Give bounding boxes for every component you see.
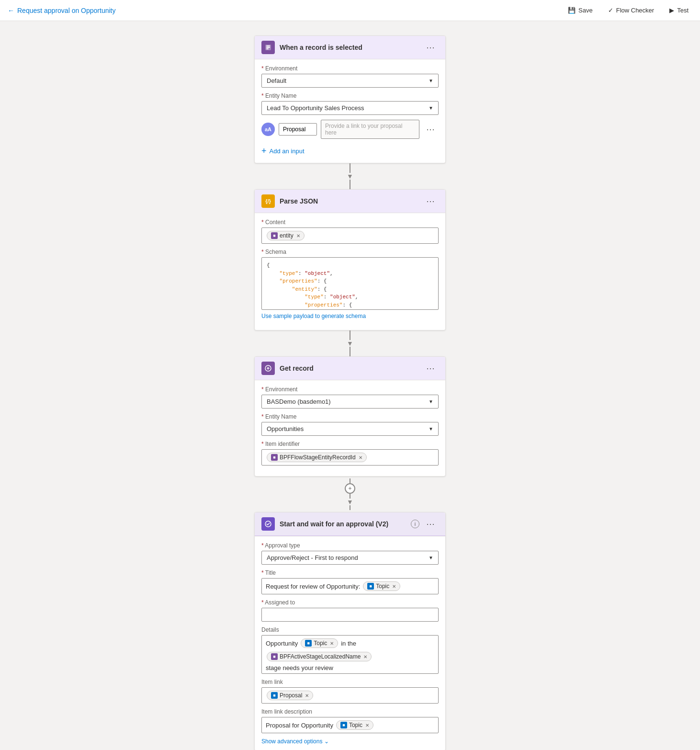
approval-title-token-field[interactable]: Request for review of Opportunity: ■ Top…	[261, 578, 439, 594]
content-field: Content ■ entity ✕	[261, 219, 439, 244]
gr-entity-name-select[interactable]: Opportunities ▼	[261, 422, 439, 436]
content-token-field[interactable]: ■ entity ✕	[261, 227, 439, 244]
flow-canvas: When a record is selected ⋯ Environment …	[0, 21, 700, 750]
bpf-token-close[interactable]: ✕	[359, 455, 362, 460]
chevron-down-icon: ▼	[429, 105, 433, 111]
bpf-token-icon: ■	[271, 454, 278, 461]
topic-desc-token-close[interactable]: ✕	[365, 723, 369, 728]
flow-checker-button[interactable]: ✓ Flow Checker	[604, 5, 658, 16]
save-button[interactable]: 💾 Save	[564, 5, 597, 16]
entity-name-field: Entity Name Lead To Opportunity Sales Pr…	[261, 92, 439, 115]
flow-checker-icon: ✓	[608, 7, 613, 14]
arrow-down-icon: ▼	[347, 173, 353, 180]
show-advanced-button[interactable]: Show advanced options ⌄	[261, 738, 439, 745]
proposal-more-button[interactable]: ⋯	[423, 123, 439, 136]
parse-json-body: Content ■ entity ✕ Schema { "type": "obj…	[255, 213, 445, 330]
bpf-active-token-close[interactable]: ✕	[363, 654, 367, 659]
proposal-placeholder: Provide a link to your proposal here	[321, 120, 419, 139]
assigned-to-field: Assigned to administrator@BASDemo.onmicr…	[261, 599, 439, 622]
topic-token-details-icon: ■	[305, 640, 312, 647]
get-record-body: Environment BASDemo (basdemo1) ▼ Entity …	[255, 380, 445, 476]
avatar: aA	[261, 123, 275, 136]
add-step-button[interactable]: +	[345, 483, 355, 494]
connector-3: + ▼	[345, 477, 355, 512]
get-record-card: Get record ⋯ Environment BASDemo (basdem…	[254, 356, 446, 477]
approval-title-field: Title Request for review of Opportunity:…	[261, 569, 439, 594]
add-input-button[interactable]: + Add an input	[261, 143, 439, 157]
entity-name-label: Entity Name	[261, 92, 439, 99]
gr-environment-select[interactable]: BASDemo (basdemo1) ▼	[261, 395, 439, 409]
bpf-active-token: ■ BPFActiveStageLocalizedName ✕	[267, 652, 372, 661]
approval-card: Start and wait for an approval (V2) i ⋯ …	[254, 512, 446, 750]
trigger-title: When a record is selected	[280, 44, 362, 51]
item-link-token-field[interactable]: ■ Proposal ✕	[261, 687, 439, 704]
item-link-desc-token-field[interactable]: Proposal for Opportunity ■ Topic ✕	[261, 717, 439, 733]
approval-type-field: Approval type Approve/Reject - First to …	[261, 542, 439, 565]
approval-type-select[interactable]: Approve/Reject - First to respond ▼	[261, 551, 439, 565]
get-record-title: Get record	[280, 364, 314, 372]
header-right: 💾 Save ✓ Flow Checker ▶ Test	[564, 5, 692, 16]
topic-desc-token-icon: ■	[340, 722, 347, 728]
approval-more-button[interactable]: ⋯	[423, 518, 439, 530]
proposal-link-token-icon: ■	[271, 692, 278, 699]
trigger-icon	[261, 41, 275, 54]
approval-type-label: Approval type	[261, 542, 439, 549]
approval-icon	[261, 517, 275, 531]
test-icon: ▶	[669, 7, 674, 14]
chevron-down-icon: ▼	[429, 399, 433, 404]
schema-box[interactable]: { "type": "object", "properties": { "ent…	[261, 257, 439, 310]
arrow-down-icon: ▼	[347, 499, 353, 505]
schema-link[interactable]: Use sample payload to generate schema	[261, 313, 366, 319]
back-arrow-icon: ←	[8, 7, 14, 14]
chevron-down-icon: ▼	[429, 426, 433, 432]
entity-token: ■ entity ✕	[267, 231, 305, 240]
item-link-desc-label: Item link description	[261, 708, 439, 715]
svg-rect-3	[266, 48, 269, 49]
proposal-link-token: ■ Proposal ✕	[267, 691, 313, 700]
environment-select[interactable]: Default ▼	[261, 74, 439, 88]
trigger-card-header: When a record is selected ⋯	[255, 36, 445, 59]
parse-json-icon: {/}	[261, 194, 275, 208]
entity-token-close[interactable]: ✕	[296, 233, 300, 239]
topic-details-token-close[interactable]: ✕	[330, 641, 334, 646]
gr-entity-name-field: Entity Name Opportunities ▼	[261, 413, 439, 436]
parse-json-card: {/} Parse JSON ⋯ Content ■ entity ✕ Sche…	[254, 189, 446, 330]
assigned-to-label: Assigned to	[261, 599, 439, 606]
topic-desc-token: ■ Topic ✕	[336, 720, 373, 730]
header-left: ← Request approval on Opportunity	[8, 7, 115, 14]
approval-title-label: Title	[261, 569, 439, 576]
entity-name-select[interactable]: Lead To Opportunity Sales Process ▼	[261, 101, 439, 115]
page-title: Request approval on Opportunity	[17, 7, 115, 14]
schema-label: Schema	[261, 249, 439, 255]
svg-rect-1	[266, 45, 270, 46]
details-token-field[interactable]: Opportunity ■ Topic ✕ in the ■ BPFActive…	[261, 635, 439, 674]
parse-json-title: Parse JSON	[280, 197, 318, 205]
content-label: Content	[261, 219, 439, 226]
gr-item-id-token-field[interactable]: ■ BPFFlowStageEntityRecordId ✕	[261, 449, 439, 466]
get-record-header: Get record ⋯	[255, 357, 445, 380]
trigger-more-button[interactable]: ⋯	[423, 41, 439, 54]
topic-token-details: ■ Topic ✕	[301, 638, 338, 648]
topic-token-close[interactable]: ✕	[392, 584, 396, 589]
assigned-to-input[interactable]: administrator@BASDemo.onmicrosoft.com;	[261, 608, 439, 622]
proposal-input[interactable]	[279, 123, 317, 136]
app-header: ← Request approval on Opportunity 💾 Save…	[0, 0, 700, 21]
environment-label: Environment	[261, 65, 439, 72]
approval-header: Start and wait for an approval (V2) i ⋯	[255, 512, 445, 536]
chevron-down-icon: ▼	[429, 78, 433, 83]
parse-json-more-button[interactable]: ⋯	[423, 195, 439, 207]
back-button[interactable]: ← Request approval on Opportunity	[8, 7, 115, 14]
test-button[interactable]: ▶ Test	[666, 5, 692, 16]
get-record-more-button[interactable]: ⋯	[423, 362, 439, 375]
parse-json-header: {/} Parse JSON ⋯	[255, 190, 445, 213]
info-icon[interactable]: i	[411, 520, 419, 528]
bpf-active-token-icon: ■	[271, 653, 278, 660]
item-link-label: Item link	[261, 679, 439, 685]
proposal-link-token-close[interactable]: ✕	[305, 693, 309, 698]
gr-environment-label: Environment	[261, 386, 439, 393]
trigger-card-body: Environment Default ▼ Entity Name Lead T…	[255, 59, 445, 163]
arrow-down-icon: ▼	[347, 340, 353, 347]
approval-title: Start and wait for an approval (V2)	[280, 520, 388, 528]
svg-rect-2	[266, 47, 270, 48]
environment-field: Environment Default ▼	[261, 65, 439, 88]
